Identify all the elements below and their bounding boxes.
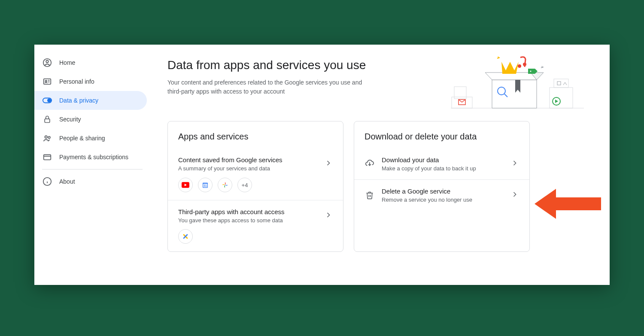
- card-icon: [42, 152, 52, 162]
- row-subtitle: Remove a service you no longer use: [382, 197, 510, 203]
- row-title: Content saved from Google services: [178, 156, 324, 163]
- svg-point-28: [523, 63, 526, 66]
- card-download-delete: Download or delete your data Download yo…: [354, 121, 530, 252]
- page-title: Data from apps and services you use: [167, 58, 374, 72]
- lock-icon: [42, 114, 52, 124]
- row-title: Third-party apps with account access: [178, 208, 324, 215]
- svg-rect-31: [550, 88, 573, 108]
- photos-icon: [218, 178, 232, 192]
- row-download-data[interactable]: Download your data Make a copy of your d…: [354, 148, 529, 179]
- svg-rect-2: [44, 79, 51, 85]
- card-title: Apps and services: [168, 121, 343, 148]
- sidebar-item-personal-info[interactable]: Personal info: [34, 72, 147, 91]
- svg-point-30: [530, 71, 532, 72]
- sidebar-item-label: Personal info: [59, 78, 94, 85]
- sidebar-item-label: People & sharing: [59, 135, 105, 142]
- people-icon: [42, 133, 52, 143]
- svg-point-1: [46, 61, 49, 63]
- row-subtitle: A summary of your services and data: [178, 165, 324, 172]
- row-third-party-apps[interactable]: Third-party apps with account access You…: [168, 200, 343, 231]
- sidebar-item-data-privacy[interactable]: Data & privacy: [34, 91, 147, 110]
- sidebar-item-security[interactable]: Security: [34, 110, 147, 129]
- sidebar-item-label: Home: [59, 59, 75, 66]
- sidebar-item-payments[interactable]: Payments & subscriptions: [34, 148, 147, 166]
- main-content: Data from apps and services you use Your…: [150, 45, 610, 285]
- chevron-right-icon: [324, 211, 333, 221]
- svg-point-27: [518, 64, 521, 68]
- sidebar-item-people-sharing[interactable]: People & sharing: [34, 129, 147, 148]
- row-subtitle: You gave these apps access to some data: [178, 217, 324, 224]
- third-party-app-icon: [178, 229, 193, 244]
- sidebar-divider: [42, 169, 143, 170]
- calendar-icon: 31: [198, 178, 213, 192]
- service-chips: 31 +4: [168, 178, 343, 200]
- svg-point-3: [45, 80, 47, 82]
- svg-rect-32: [554, 79, 568, 88]
- third-party-chips: [168, 229, 343, 251]
- user-circle-icon: [42, 58, 52, 68]
- card-title: Download or delete your data: [354, 121, 529, 148]
- row-delete-service[interactable]: Delete a Google service Remove a service…: [354, 179, 529, 210]
- sidebar-item-home[interactable]: Home: [34, 53, 147, 72]
- youtube-icon: [178, 178, 193, 192]
- svg-text:31: 31: [204, 184, 207, 187]
- card-apps-services: Apps and services Content saved from Goo…: [167, 121, 343, 252]
- cloud-download-icon: [365, 159, 375, 169]
- chevron-right-icon: [510, 190, 519, 200]
- svg-marker-26: [501, 62, 519, 74]
- svg-point-10: [48, 136, 50, 139]
- sidebar-item-label: About: [59, 178, 75, 185]
- settings-window: Home Personal info Data & privacy Securi…: [34, 45, 610, 285]
- id-card-icon: [42, 76, 52, 87]
- more-services-chip[interactable]: +4: [237, 178, 252, 192]
- sidebar-item-about[interactable]: About: [34, 172, 147, 191]
- svg-rect-35: [557, 82, 561, 85]
- sidebar-item-label: Payments & subscriptions: [59, 154, 128, 160]
- row-title: Download your data: [382, 156, 510, 163]
- svg-rect-11: [44, 155, 51, 160]
- chevron-right-icon: [324, 159, 333, 169]
- chevron-right-icon: [510, 159, 519, 169]
- info-icon: [42, 176, 52, 187]
- row-subtitle: Make a copy of your data to back it up: [382, 165, 510, 172]
- svg-marker-34: [555, 100, 558, 103]
- sidebar: Home Personal info Data & privacy Securi…: [34, 45, 150, 285]
- svg-point-7: [48, 99, 51, 102]
- page-subtitle: Your content and preferences related to …: [167, 78, 374, 96]
- row-title: Delete a Google service: [382, 188, 510, 195]
- header-illustration: [451, 53, 584, 109]
- trash-icon: [365, 190, 375, 200]
- toggle-icon: [42, 95, 52, 106]
- sidebar-item-label: Security: [59, 116, 81, 123]
- sidebar-item-label: Data & privacy: [59, 97, 98, 104]
- svg-point-9: [45, 136, 48, 139]
- svg-rect-8: [45, 119, 50, 122]
- row-content-saved[interactable]: Content saved from Google services A sum…: [168, 148, 343, 179]
